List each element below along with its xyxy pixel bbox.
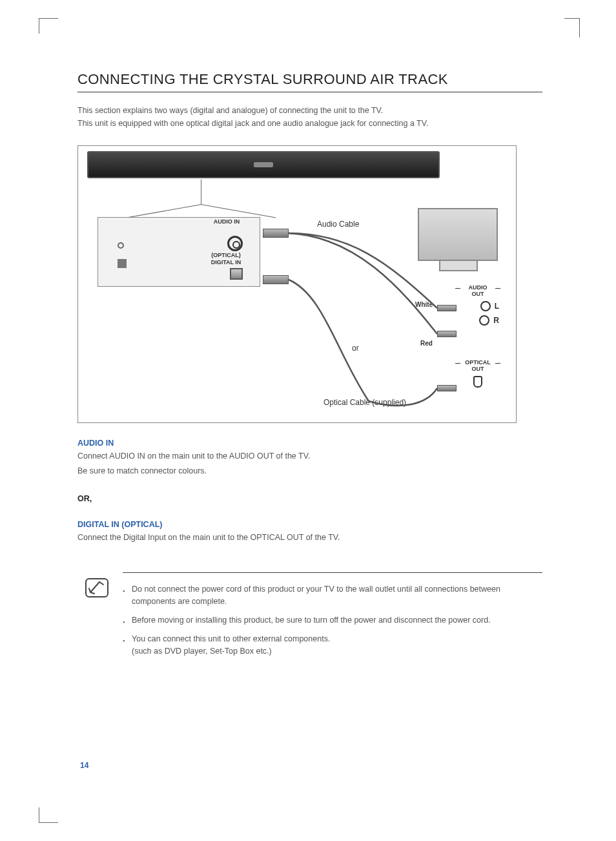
out-word: OUT [472,291,484,297]
audio-in-body-1: Connect AUDIO IN on the main unit to the… [77,450,542,462]
out-word: OUT [472,366,484,372]
crop-mark [564,18,580,37]
page-content: CONNECTING THE CRYSTAL SURROUND AIR TRAC… [77,71,542,664]
panel-port [118,242,124,249]
jack-r-row: R [457,315,499,326]
audio-out-word: AUDIO [469,284,488,291]
audio-out-title: AUDIO OUT [457,284,499,297]
white-label: White [415,301,433,308]
audio-in-body-2: Be sure to match connector colours. [77,465,542,477]
optical-label-line1: (OPTICAL) [211,252,241,258]
or-label: or [352,344,359,353]
optical-in-jack [230,268,243,280]
l-label: L [495,302,499,311]
audio-out-panel: AUDIO OUT L R [457,284,499,329]
crop-mark [39,807,58,823]
connection-diagram: AUDIO IN (OPTICAL) DIGITAL IN Audio Cabl… [77,145,517,423]
jack-l-row: L [457,301,499,311]
optical-word: OPTICAL [465,359,491,366]
or-heading: OR, [77,494,542,503]
audio-in-jack [227,236,243,251]
optical-label-line2: DIGITAL IN [211,259,241,265]
digital-in-heading: DIGITAL IN (OPTICAL) [77,520,542,529]
audio-cable-label: Audio Cable [317,220,359,229]
note-block: Do not connect the power cord of this pr… [123,572,542,658]
crop-mark [564,804,580,823]
optical-plug-left [263,275,289,284]
audio-in-heading: AUDIO IN [77,439,542,448]
optical-port [473,376,482,388]
red-label: Red [420,340,433,347]
page-number: 14 [80,761,88,770]
rca-jack [480,301,491,311]
soundbar-illustration [87,151,440,178]
rca-jack [479,315,489,326]
optical-in-label: (OPTICAL) DIGITAL IN [202,252,250,266]
panel-port [118,259,127,268]
audio-in-label: AUDIO IN [207,218,246,225]
digital-in-body: Connect the Digital Input on the main un… [77,532,542,544]
note-icon [85,578,108,597]
tv-base [439,261,478,271]
optical-out-title: OPTICAL OUT [457,359,499,372]
r-label: R [493,316,499,325]
note-item: Do not connect the power cord of this pr… [123,583,542,608]
intro-text-1: This section explains two ways (digital … [77,104,542,117]
audio-plug-left [263,229,289,238]
callout-line [201,180,201,204]
optical-cable-label: Optical Cable (supplied) [323,398,406,407]
tv-screen [418,208,498,261]
svg-rect-0 [86,579,108,597]
note-list: Do not connect the power cord of this pr… [123,583,542,658]
crop-mark [39,18,58,34]
tv-illustration [418,208,499,279]
intro-text-2: This unit is equipped with one optical d… [77,117,542,130]
optical-out-panel: OPTICAL OUT [457,359,499,388]
page-title: CONNECTING THE CRYSTAL SURROUND AIR TRAC… [77,71,542,92]
optical-plug-right [437,385,457,391]
callout-line [201,204,276,218]
rca-plug-red [437,331,457,337]
note-item: You can connect this unit to other exter… [123,633,542,658]
note-item: Before moving or installing this product… [123,614,542,627]
rca-plug-white [437,305,457,311]
